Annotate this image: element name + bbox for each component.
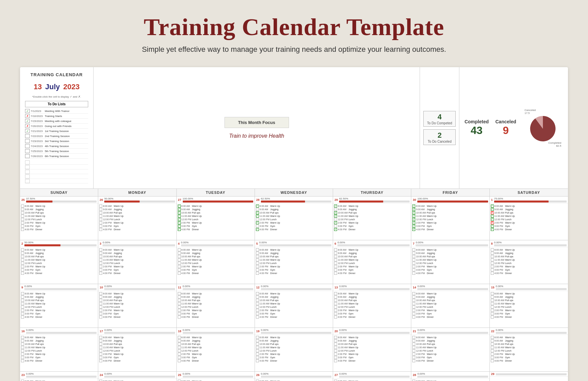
schedule-check[interactable] <box>491 315 494 319</box>
schedule-check[interactable] <box>412 359 415 362</box>
day-cell[interactable]: 150.00%8:00 AMWarm Up9:00 AMJogging10:00… <box>490 284 568 328</box>
schedule-check[interactable] <box>491 292 494 295</box>
schedule-check[interactable] <box>256 353 259 356</box>
schedule-check[interactable] <box>21 343 24 346</box>
schedule-check[interactable] <box>412 295 415 298</box>
schedule-check[interactable] <box>334 265 337 268</box>
schedule-check[interactable] <box>99 248 102 251</box>
schedule-check[interactable] <box>334 380 337 381</box>
schedule-check[interactable]: ✓ <box>178 218 181 221</box>
schedule-check[interactable]: ✓ <box>491 225 494 228</box>
schedule-check[interactable] <box>21 346 24 349</box>
schedule-check[interactable] <box>412 336 415 339</box>
schedule-check[interactable]: ✓ <box>412 211 415 214</box>
schedule-check[interactable] <box>334 305 337 308</box>
schedule-check[interactable] <box>21 349 24 352</box>
schedule-check[interactable]: ✓ <box>491 215 494 218</box>
schedule-check[interactable] <box>178 312 181 315</box>
schedule-check[interactable] <box>491 302 494 305</box>
schedule-check[interactable] <box>256 248 259 251</box>
schedule-check[interactable]: ✓ <box>412 215 415 218</box>
schedule-check[interactable] <box>256 262 259 265</box>
schedule-check[interactable] <box>334 225 337 228</box>
schedule-check[interactable] <box>334 262 337 265</box>
schedule-check[interactable] <box>491 339 494 342</box>
schedule-check[interactable] <box>491 309 494 312</box>
day-cell[interactable]: 110.00%8:00 AMWarm Up9:00 AMJogging10:00… <box>177 284 255 328</box>
schedule-check[interactable] <box>21 309 24 312</box>
todo-check[interactable] <box>25 144 30 148</box>
schedule-check[interactable] <box>256 312 259 315</box>
schedule-check[interactable] <box>491 336 494 339</box>
schedule-check[interactable] <box>99 268 102 271</box>
schedule-check[interactable] <box>21 265 24 268</box>
schedule-check[interactable] <box>491 268 494 271</box>
day-cell[interactable]: 240.00%8:00 AMWarm Up9:00 AMJogging10:00… <box>98 372 176 381</box>
day-cell[interactable]: 260.00%8:00 AMWarm Up9:00 AMJogging10:00… <box>255 372 333 381</box>
schedule-check[interactable] <box>334 309 337 312</box>
day-cell[interactable]: 280.00%8:00 AMWarm Up9:00 AMJogging10:00… <box>411 372 489 381</box>
day-cell[interactable]: 80.00%8:00 AMWarm Up9:00 AMJogging10:00 … <box>490 240 568 284</box>
schedule-check[interactable] <box>256 309 259 312</box>
schedule-check[interactable]: ✓ <box>334 215 337 218</box>
schedule-check[interactable] <box>256 255 259 258</box>
schedule-check[interactable] <box>334 252 337 255</box>
schedule-check[interactable]: ✓ <box>412 218 415 221</box>
day-cell[interactable]: 70.00%8:00 AMWarm Up9:00 AMJogging10:00 … <box>411 240 489 284</box>
schedule-check[interactable] <box>99 221 102 224</box>
schedule-check[interactable] <box>412 255 415 258</box>
schedule-check[interactable] <box>21 295 24 298</box>
schedule-check[interactable] <box>99 299 102 302</box>
schedule-check[interactable] <box>178 258 181 261</box>
schedule-check[interactable] <box>21 225 24 228</box>
schedule-check[interactable] <box>21 208 24 211</box>
schedule-check[interactable] <box>412 349 415 352</box>
schedule-check[interactable] <box>412 356 415 359</box>
schedule-check[interactable] <box>334 258 337 261</box>
schedule-check[interactable] <box>99 356 102 359</box>
schedule-check[interactable] <box>21 255 24 258</box>
day-cell[interactable]: 30.00%8:00 AMWarm Up9:00 AMJogging10:00 … <box>98 240 176 284</box>
schedule-check[interactable] <box>491 255 494 258</box>
schedule-check[interactable]: ✗ <box>491 221 494 224</box>
schedule-check[interactable] <box>21 205 24 208</box>
schedule-check[interactable] <box>99 252 102 255</box>
schedule-check[interactable] <box>99 262 102 265</box>
schedule-check[interactable] <box>412 262 415 265</box>
schedule-check[interactable] <box>99 265 102 268</box>
day-cell[interactable]: 130.00%8:00 AMWarm Up9:00 AMJogging10:00… <box>333 284 411 328</box>
schedule-check[interactable] <box>99 211 102 214</box>
schedule-check[interactable] <box>99 305 102 308</box>
schedule-check[interactable] <box>178 353 181 356</box>
schedule-check[interactable] <box>21 356 24 359</box>
schedule-check[interactable]: ✓ <box>178 211 181 214</box>
day-cell[interactable]: 100.00%8:00 AMWarm Up9:00 AMJogging10:00… <box>98 284 176 328</box>
schedule-check[interactable] <box>256 268 259 271</box>
schedule-check[interactable] <box>178 268 181 271</box>
schedule-check[interactable]: ✓ <box>491 228 494 231</box>
schedule-check[interactable] <box>21 339 24 342</box>
schedule-check[interactable] <box>412 312 415 315</box>
schedule-check[interactable]: ✓ <box>256 215 259 218</box>
schedule-check[interactable] <box>178 343 181 346</box>
schedule-check[interactable] <box>99 359 102 362</box>
schedule-check[interactable] <box>99 295 102 298</box>
schedule-check[interactable] <box>21 268 24 271</box>
schedule-check[interactable] <box>412 265 415 268</box>
schedule-check[interactable] <box>334 248 337 251</box>
schedule-check[interactable]: ✓ <box>491 205 494 208</box>
todo-check[interactable]: ✓ <box>25 129 30 133</box>
schedule-check[interactable] <box>256 218 259 221</box>
schedule-check[interactable] <box>99 315 102 319</box>
schedule-check[interactable] <box>99 336 102 339</box>
schedule-check[interactable] <box>491 272 494 275</box>
schedule-check[interactable] <box>99 208 102 211</box>
schedule-check[interactable] <box>178 356 181 359</box>
schedule-check[interactable] <box>491 295 494 298</box>
schedule-check[interactable] <box>256 208 259 211</box>
day-cell[interactable]: 175.00%✓8:00 AMWarm Up✓9:00 AMJogging✗10… <box>490 197 568 240</box>
schedule-check[interactable] <box>99 343 102 346</box>
schedule-check[interactable] <box>491 252 494 255</box>
day-cell[interactable]: 270.00%8:00 AMWarm Up9:00 AMJogging10:00… <box>333 372 411 381</box>
schedule-check[interactable]: ✓ <box>491 208 494 211</box>
